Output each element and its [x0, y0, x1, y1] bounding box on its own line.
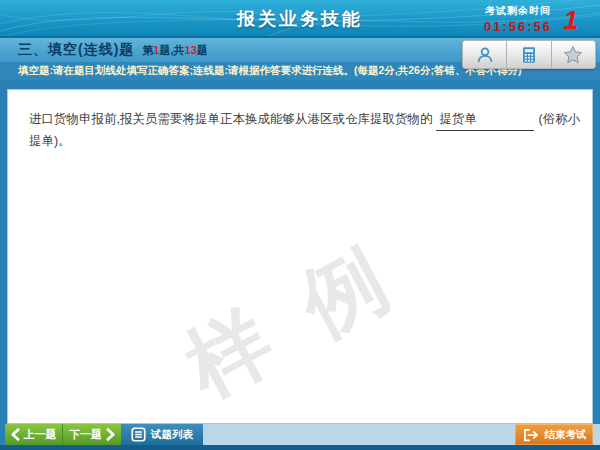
next-question-label: 下一题 [69, 427, 102, 442]
exit-icon [522, 428, 540, 442]
user-tool-button[interactable] [463, 41, 507, 68]
exam-timer: 考试剩余时间 01:56:56 [484, 4, 552, 34]
footer-spacer [203, 424, 515, 445]
chevron-left-icon [11, 428, 20, 441]
prev-question-label: 上一题 [24, 427, 57, 442]
end-exam-button[interactable]: 结束考试 [515, 424, 593, 445]
answer-value: 提货单 [439, 112, 477, 126]
sample-watermark: 样例 [132, 185, 484, 424]
star-icon [563, 45, 583, 65]
answer-blank[interactable]: 提货单 [436, 109, 534, 131]
question-text: 进口货物申报前,报关员需要将提单正本换成能够从港区或仓库提取货物的提货单(俗称小… [29, 109, 592, 151]
bottom-strip [0, 445, 600, 450]
question-area: 样例 进口货物申报前,报关员需要将提单正本换成能够从港区或仓库提取货物的提货单(… [7, 89, 593, 424]
calculator-icon [519, 45, 539, 65]
calculator-tool-button[interactable] [507, 41, 551, 68]
instruction-text: 填空题:请在题目划线处填写正确答案;连线题:请根据作答要求进行连线。(每题2分,… [18, 64, 521, 78]
content-frame: 样例 进口货物申报前,报关员需要将提单正本换成能够从港区或仓库提取货物的提货单(… [0, 80, 600, 424]
progress-middle: 题,共 [159, 44, 184, 56]
question-progress: 第1题,共13题 [142, 43, 207, 58]
prev-question-button[interactable]: 上一题 [5, 424, 63, 445]
header-toolbar [462, 40, 596, 69]
app-header: 报关业务技能 考试剩余时间 01:56:56 1 [0, 0, 600, 38]
section-title: 三、填空(连线)题 [18, 41, 134, 59]
end-exam-label: 结束考试 [545, 428, 587, 442]
question-number-badge: 1 [564, 5, 578, 36]
progress-suffix: 题 [197, 44, 208, 56]
question-list-label: 试题列表 [151, 428, 193, 442]
exam-window: 报关业务技能 考试剩余时间 01:56:56 1 三、填空(连线)题 第1题,共… [0, 0, 600, 450]
question-text-before: 进口货物申报前,报关员需要将提单正本换成能够从港区或仓库提取货物的 [29, 112, 432, 126]
footer-bar: 上一题 下一题 试题列表 结束考试 [0, 424, 600, 445]
user-icon [475, 45, 495, 65]
next-question-button[interactable]: 下一题 [63, 424, 121, 445]
chevron-right-icon [106, 428, 115, 441]
question-list-icon [131, 427, 146, 442]
question-list-button[interactable]: 试题列表 [121, 424, 203, 445]
favorite-tool-button[interactable] [552, 41, 595, 68]
question-type-bar: 三、填空(连线)题 第1题,共13题 [0, 38, 600, 62]
progress-prefix: 第 [142, 44, 153, 56]
timer-value: 01:56:56 [484, 19, 552, 34]
timer-label: 考试剩余时间 [484, 4, 552, 18]
footer-right-cap [593, 424, 600, 445]
progress-total: 13 [185, 44, 197, 56]
